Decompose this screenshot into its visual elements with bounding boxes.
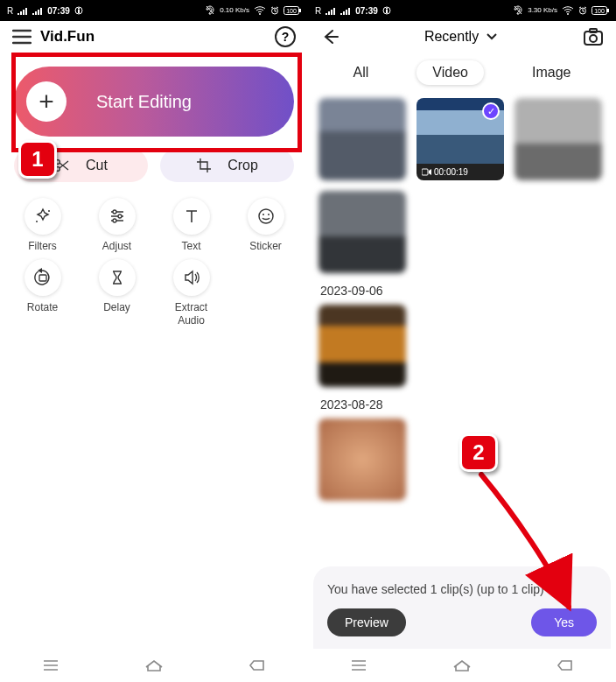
carrier-label: R <box>315 6 321 16</box>
svg-point-15 <box>262 214 264 215</box>
tab-all[interactable]: All <box>354 65 369 81</box>
video-thumb[interactable] <box>514 98 602 180</box>
preview-button[interactable]: Preview <box>327 608 406 636</box>
hourglass-icon <box>108 268 127 287</box>
back-icon[interactable] <box>248 659 266 671</box>
tool-rotate[interactable]: Rotate <box>9 259 76 327</box>
tool-label: Delay <box>103 301 130 313</box>
tool-label: Adjust <box>102 240 131 252</box>
phone-left: R 07:39 0.10 Kb/s 100 Vid.Fun ? + Start … <box>0 0 308 682</box>
home-icon[interactable] <box>144 658 164 672</box>
cut-label: Cut <box>86 158 108 173</box>
smiley-icon <box>256 207 276 226</box>
tool-label: Text <box>181 240 200 252</box>
date-header: 2023-08-28 <box>320 397 606 411</box>
clock: 07:39 <box>355 6 378 16</box>
wifi-icon <box>562 6 574 15</box>
svg-point-21 <box>567 13 569 15</box>
album-dropdown[interactable]: Recently <box>345 29 578 45</box>
tool-label: Filters <box>28 240 57 252</box>
battery-icon: 100 <box>592 6 609 15</box>
text-icon <box>182 207 201 226</box>
recents-icon[interactable] <box>350 659 368 671</box>
start-editing-button[interactable]: + Start Editing <box>14 67 294 137</box>
mute-icon <box>513 5 523 16</box>
duration-label: 00:00:19 <box>434 167 468 177</box>
crop-icon <box>196 158 212 173</box>
plus-icon: + <box>26 81 66 122</box>
tool-filters[interactable]: Filters <box>9 198 76 252</box>
video-thumb[interactable] <box>318 98 406 180</box>
app-header: Vid.Fun ? <box>0 21 308 53</box>
picker-header: Recently <box>308 21 616 53</box>
svg-point-12 <box>118 214 122 218</box>
system-nav-bar <box>308 649 616 682</box>
clock: 07:39 <box>47 6 70 16</box>
tab-image[interactable]: Image <box>532 65 570 81</box>
svg-point-16 <box>268 214 270 215</box>
camera-icon[interactable] <box>583 27 604 46</box>
svg-rect-17 <box>39 275 46 281</box>
media-tabs: All Video Image <box>308 53 616 93</box>
help-icon[interactable]: ? <box>275 26 296 47</box>
status-bar: R 07:39 3.30 Kb/s 100 <box>308 0 616 21</box>
video-thumb[interactable] <box>318 305 406 387</box>
chevron-down-icon <box>486 32 498 41</box>
crop-button[interactable]: Crop <box>160 149 294 182</box>
video-thumb[interactable] <box>318 191 406 273</box>
home-icon[interactable] <box>452 658 472 672</box>
sparkle-icon <box>33 207 52 226</box>
check-icon: ✓ <box>482 102 500 120</box>
system-nav-bar <box>0 649 308 682</box>
selection-text: You have selected 1 clip(s) (up to 1 cli… <box>327 582 597 596</box>
recents-icon[interactable] <box>42 659 60 671</box>
wifi-icon <box>254 6 266 15</box>
svg-point-11 <box>113 210 116 214</box>
info-icon <box>74 6 83 15</box>
svg-rect-1 <box>78 10 80 13</box>
signal-icon <box>340 6 351 15</box>
signal-icon <box>18 6 28 15</box>
battery-icon: 100 <box>284 6 301 15</box>
tab-video[interactable]: Video <box>416 60 484 85</box>
tool-delay[interactable]: Delay <box>83 259 150 327</box>
tool-adjust[interactable]: Adjust <box>83 198 150 252</box>
rotate-icon <box>33 268 52 287</box>
tool-extract-audio[interactable]: Extract Audio <box>158 259 225 327</box>
video-thumb-selected[interactable]: ✓ 00:00:19 <box>416 98 504 180</box>
svg-rect-2 <box>78 8 80 10</box>
video-thumb[interactable] <box>318 418 406 501</box>
svg-point-3 <box>259 13 261 15</box>
annotation-badge-2: 2 <box>459 433 498 472</box>
tool-text[interactable]: Text <box>158 198 225 252</box>
net-rate: 3.30 Kb/s <box>528 7 557 14</box>
alarm-icon <box>578 6 587 15</box>
annotation-badge-1: 1 <box>18 140 57 179</box>
tool-label: Sticker <box>249 240 282 252</box>
carrier-label: R <box>7 6 13 16</box>
mute-icon <box>205 5 215 16</box>
back-icon[interactable] <box>556 659 574 671</box>
app-title: Vid.Fun <box>40 28 266 46</box>
svg-rect-24 <box>607 9 609 12</box>
album-label: Recently <box>424 29 479 45</box>
svg-point-9 <box>48 210 50 212</box>
svg-rect-19 <box>386 10 388 13</box>
back-arrow-icon[interactable] <box>320 29 340 45</box>
video-icon <box>422 168 431 176</box>
signal-icon <box>326 6 336 15</box>
sliders-icon <box>108 207 127 226</box>
tool-sticker[interactable]: Sticker <box>232 198 299 252</box>
menu-icon[interactable] <box>12 29 32 45</box>
yes-button[interactable]: Yes <box>531 608 597 636</box>
net-rate: 0.10 Kb/s <box>220 7 249 14</box>
info-icon <box>382 6 391 15</box>
signal-icon <box>32 6 43 15</box>
battery-pct: 100 <box>286 8 297 14</box>
crop-label: Crop <box>228 158 258 173</box>
status-bar: R 07:39 0.10 Kb/s 100 <box>0 0 308 21</box>
phone-right: R 07:39 3.30 Kb/s 100 Recently All Video… <box>308 0 616 682</box>
svg-rect-20 <box>386 8 388 10</box>
svg-rect-29 <box>422 169 428 175</box>
alarm-icon <box>270 6 279 15</box>
